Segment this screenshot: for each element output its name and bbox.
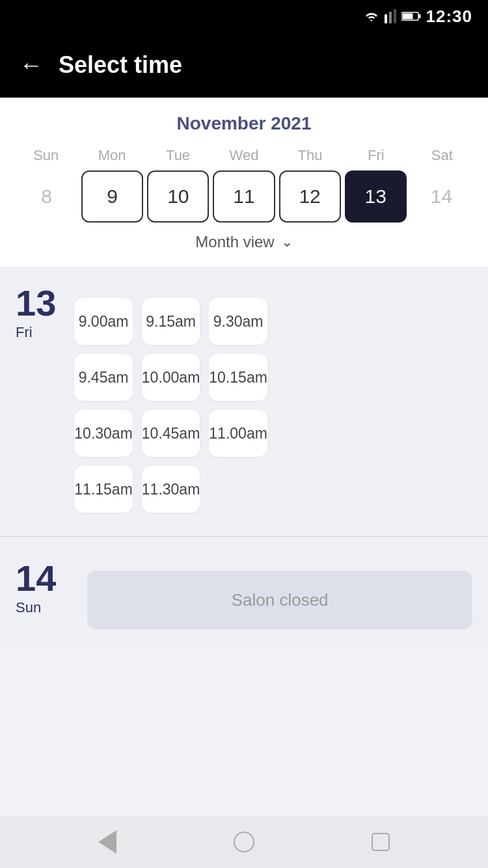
date-cell-9[interactable]: 9 <box>81 170 143 223</box>
day-13-number: 13 <box>16 285 56 321</box>
weekday-mon: Mon <box>79 147 144 164</box>
time-slots-grid: 9.00am 9.15am 9.30am 9.45am 10.00am 10.1… <box>74 298 267 513</box>
svg-rect-1 <box>389 12 392 23</box>
home-nav-icon <box>234 832 254 852</box>
day-13-info: 13 Fri <box>16 285 56 341</box>
status-icons: 12:30 <box>364 7 473 27</box>
time-slot-1115[interactable]: 11.15am <box>74 466 133 513</box>
chevron-down-icon: ⌄ <box>281 234 293 251</box>
weekday-sun: Sun <box>13 147 79 164</box>
date-cell-8[interactable]: 8 <box>16 170 77 223</box>
date-cell-13[interactable]: 13 <box>345 170 407 223</box>
section-divider <box>0 536 488 537</box>
time-slot-1045[interactable]: 10.45am <box>142 410 200 457</box>
time-slot-915[interactable]: 9.15am <box>142 298 200 345</box>
date-cell-11[interactable]: 11 <box>213 170 275 223</box>
back-nav-icon <box>98 830 116 854</box>
back-button[interactable]: ← <box>20 51 43 79</box>
app-header: ← Select time <box>0 33 488 98</box>
weekday-thu: Thu <box>277 147 343 164</box>
bottom-nav <box>0 816 488 868</box>
dates-row: 8 9 10 11 12 13 14 <box>13 170 475 223</box>
day-14-header: 14 Sun Salon closed <box>16 560 472 629</box>
day-14-section: 14 Sun Salon closed <box>0 542 488 647</box>
back-nav-button[interactable] <box>94 829 120 855</box>
month-view-label: Month view <box>195 233 274 251</box>
svg-rect-4 <box>418 14 420 18</box>
time-slot-1015[interactable]: 10.15am <box>209 354 267 401</box>
date-cell-14[interactable]: 14 <box>411 170 472 223</box>
weekday-sat: Sat <box>409 147 475 164</box>
calendar-section: November 2021 Sun Mon Tue Wed Thu Fri Sa… <box>0 98 488 267</box>
weekdays-row: Sun Mon Tue Wed Thu Fri Sat <box>13 147 475 164</box>
home-nav-button[interactable] <box>231 829 257 855</box>
page-title: Select time <box>59 51 182 79</box>
battery-icon <box>401 11 421 21</box>
month-year-label: November 2021 <box>13 113 475 134</box>
weekday-wed: Wed <box>211 147 277 164</box>
day-14-info: 14 Sun <box>16 560 56 616</box>
status-time: 12:30 <box>426 7 473 27</box>
time-slot-1100[interactable]: 11.00am <box>209 410 267 457</box>
day-14-name: Sun <box>16 599 56 616</box>
time-slot-930[interactable]: 9.30am <box>209 298 267 345</box>
month-view-toggle[interactable]: Month view ⌄ <box>13 223 475 256</box>
day-13-name: Fri <box>16 324 56 341</box>
time-slot-1130[interactable]: 11.30am <box>142 466 200 513</box>
status-bar: 12:30 <box>0 0 488 33</box>
weekday-tue: Tue <box>145 147 211 164</box>
day-13-section: 13 Fri 9.00am 9.15am 9.30am 9.45am 10.00… <box>0 267 488 531</box>
day-14-number: 14 <box>16 560 56 597</box>
time-slot-1000[interactable]: 10.00am <box>142 354 200 401</box>
wifi-icon <box>364 10 379 22</box>
svg-rect-2 <box>394 9 396 23</box>
time-slot-1030[interactable]: 10.30am <box>74 410 133 457</box>
svg-rect-5 <box>402 14 413 20</box>
time-slot-945[interactable]: 9.45am <box>74 354 133 401</box>
signal-icon <box>385 9 396 23</box>
salon-closed-banner: Salon closed <box>87 571 472 629</box>
time-slot-900[interactable]: 9.00am <box>74 298 133 345</box>
date-cell-10[interactable]: 10 <box>147 170 209 223</box>
recents-nav-button[interactable] <box>368 829 394 855</box>
recents-nav-icon <box>372 833 390 851</box>
date-cell-12[interactable]: 12 <box>279 170 341 223</box>
weekday-fri: Fri <box>343 147 409 164</box>
svg-rect-0 <box>385 14 387 23</box>
day-13-header: 13 Fri 9.00am 9.15am 9.30am 9.45am 10.00… <box>16 285 472 513</box>
